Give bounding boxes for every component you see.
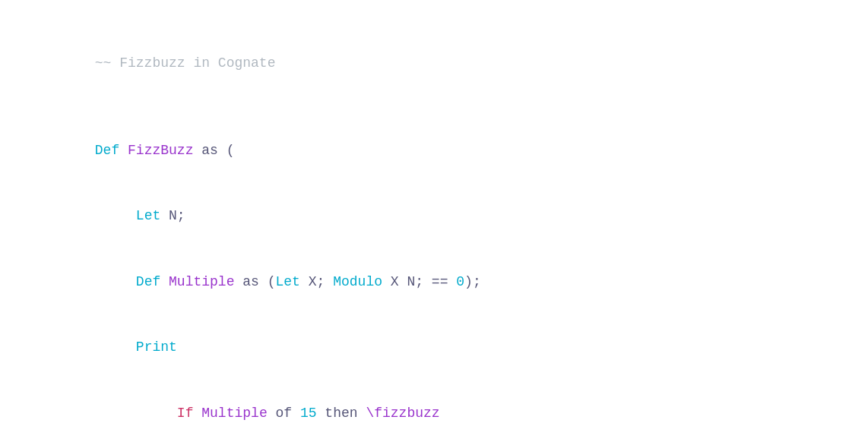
print-keyword: Print <box>136 339 177 355</box>
paren2: ( <box>268 274 276 289</box>
as-word2: as <box>242 274 259 289</box>
comment-line: ~~ Fizzbuzz in Cognate <box>46 30 822 96</box>
multiple-ref1: Multiple <box>201 406 267 421</box>
x-var2: X <box>391 274 399 289</box>
def-keyword2: Def <box>136 274 160 289</box>
if1-line: If Multiple of 15 then \fizzbuzz <box>46 380 822 442</box>
close-paren2: ) <box>464 274 473 289</box>
if-keyword1: If <box>177 406 194 421</box>
def-keyword: Def <box>95 143 119 158</box>
n-var2: N <box>407 274 415 289</box>
n-var: N <box>169 208 177 223</box>
semicolon2: ; <box>317 274 325 289</box>
zero-num: 0 <box>456 274 464 289</box>
let-n-line: Let N; <box>46 184 822 249</box>
semicolon1: ; <box>177 208 185 223</box>
of-word1: of <box>276 406 293 421</box>
modulo-keyword: Modulo <box>333 274 382 289</box>
code-container: ~~ Fizzbuzz in Cognate Def FizzBuzz as (… <box>0 0 868 442</box>
fizzbuzz-name: FizzBuzz <box>128 143 193 158</box>
def-multiple-line: Def Multiple as (Let X; Modulo X N; == 0… <box>46 249 822 314</box>
multiple-name: Multiple <box>169 274 234 289</box>
blank-line-1 <box>46 96 822 118</box>
as-word: as <box>193 143 226 158</box>
space1 <box>119 143 128 158</box>
then-keyword1: then <box>325 406 357 421</box>
fizzbuzz-val: \fizzbuzz <box>366 406 439 421</box>
print-line: Print <box>46 314 822 380</box>
def-fizzbuzz-line: Def FizzBuzz as ( <box>46 118 822 183</box>
open-paren: ( <box>227 143 235 158</box>
semicolon3: ; <box>415 274 423 289</box>
let-keyword2: Let <box>276 274 300 289</box>
let-keyword: Let <box>136 208 160 223</box>
code-block: ~~ Fizzbuzz in Cognate Def FizzBuzz as (… <box>46 30 822 442</box>
num-15: 15 <box>300 406 317 421</box>
comment-text: ~~ Fizzbuzz in Cognate <box>95 55 276 71</box>
eq-operator: == <box>432 274 448 289</box>
semicolon4: ; <box>473 274 481 289</box>
x-var: X <box>309 274 317 289</box>
